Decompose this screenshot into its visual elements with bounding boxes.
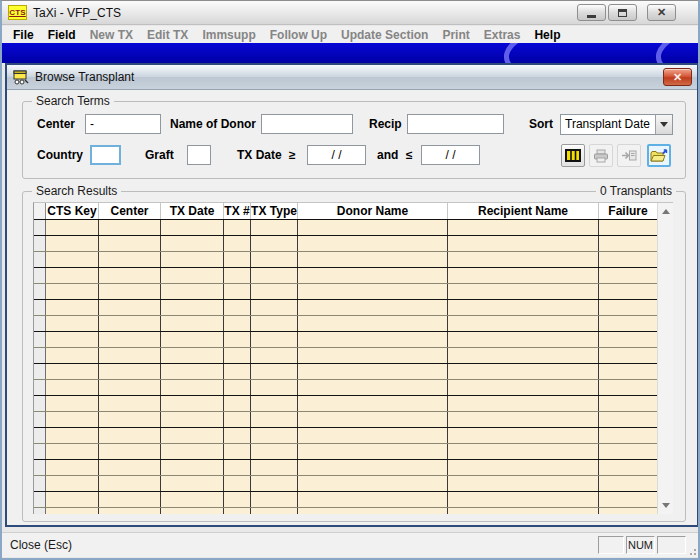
browse-transplant-dialog: Browse Transplant ✕ Search Terms Center … — [5, 63, 699, 527]
table-cell — [448, 444, 599, 459]
table-cell — [448, 332, 599, 347]
tx-date-from-input[interactable] — [307, 145, 366, 165]
table-cell — [161, 428, 224, 443]
column-header-cts-key[interactable]: CTS Key — [46, 203, 99, 219]
table-row[interactable] — [34, 476, 658, 492]
table-cell — [298, 268, 448, 283]
table-cell — [599, 428, 658, 443]
dropdown-button[interactable] — [655, 115, 672, 134]
table-cell — [46, 236, 99, 251]
table-cell — [251, 396, 298, 411]
sort-dropdown[interactable]: Transplant Date — [560, 114, 673, 135]
table-cell — [161, 460, 224, 475]
print-button — [589, 144, 613, 167]
table-row[interactable] — [34, 300, 658, 316]
menu-file[interactable]: File — [6, 28, 41, 42]
browse-grid-button[interactable] — [561, 144, 585, 167]
table-row[interactable] — [34, 284, 658, 300]
table-cell — [251, 348, 298, 363]
table-cell — [599, 444, 658, 459]
row-selector — [34, 492, 46, 507]
table-cell — [298, 252, 448, 267]
scroll-up-button[interactable] — [658, 204, 673, 219]
column-header-tx-num[interactable]: TX # — [224, 203, 251, 219]
title-bar[interactable]: CTS TaXi - VFP_CTS ✕ — [2, 1, 698, 25]
table-row[interactable] — [34, 220, 658, 236]
recip-label: Recip — [369, 114, 402, 134]
table-row[interactable] — [34, 332, 658, 348]
menu-follow-up: Follow Up — [263, 28, 334, 42]
column-header-failure[interactable]: Failure — [599, 203, 658, 219]
table-cell — [599, 380, 658, 395]
column-header-recipient-name[interactable]: Recipient Name — [448, 203, 599, 219]
table-cell — [448, 220, 599, 235]
table-cell — [224, 220, 251, 235]
table-row[interactable] — [34, 428, 658, 444]
table-cell — [251, 460, 298, 475]
table-cell — [161, 508, 224, 514]
table-row[interactable] — [34, 460, 658, 476]
table-cell — [46, 380, 99, 395]
donor-input[interactable] — [261, 114, 353, 134]
tx-date-to-input[interactable] — [421, 145, 480, 165]
column-header-tx-type[interactable]: TX Type — [251, 203, 298, 219]
table-cell — [99, 220, 161, 235]
table-row[interactable] — [34, 412, 658, 428]
vertical-scrollbar[interactable] — [657, 203, 673, 514]
dialog-title-bar[interactable]: Browse Transplant ✕ — [7, 65, 697, 90]
dialog-close-button[interactable]: ✕ — [663, 68, 692, 86]
menu-immsupp: Immsupp — [195, 28, 262, 42]
arrow-up-icon — [662, 209, 670, 214]
donor-label: Name of Donor — [170, 114, 256, 134]
table-cell — [46, 300, 99, 315]
table-cell — [599, 236, 658, 251]
close-window-button[interactable]: ✕ — [647, 4, 676, 21]
row-selector — [34, 332, 46, 347]
table-cell — [298, 412, 448, 427]
table-row[interactable] — [34, 492, 658, 508]
open-folder-button[interactable] — [647, 144, 671, 167]
table-row[interactable] — [34, 364, 658, 380]
table-row[interactable] — [34, 268, 658, 284]
table-row[interactable] — [34, 316, 658, 332]
table-row[interactable] — [34, 508, 658, 514]
table-row[interactable] — [34, 380, 658, 396]
table-cell — [161, 492, 224, 507]
table-row[interactable] — [34, 396, 658, 412]
status-panel-num: NUM — [626, 536, 655, 554]
table-cell — [46, 444, 99, 459]
table-cell — [224, 332, 251, 347]
menu-field[interactable]: Field — [41, 28, 83, 42]
country-input[interactable] — [90, 145, 121, 165]
table-cell — [599, 476, 658, 491]
row-selector — [34, 268, 46, 283]
table-row[interactable] — [34, 252, 658, 268]
graft-input[interactable] — [187, 145, 211, 165]
table-row[interactable] — [34, 444, 658, 460]
table-cell — [251, 236, 298, 251]
table-cell — [448, 348, 599, 363]
table-cell — [251, 476, 298, 491]
minimize-button[interactable] — [577, 4, 606, 21]
menu-help[interactable]: Help — [527, 28, 567, 42]
recip-input[interactable] — [407, 114, 504, 134]
table-cell — [224, 444, 251, 459]
table-cell — [298, 236, 448, 251]
column-header-center[interactable]: Center — [99, 203, 161, 219]
table-cell — [448, 252, 599, 267]
resize-grip[interactable] — [687, 546, 697, 556]
form-icon — [13, 69, 29, 85]
table-row[interactable] — [34, 236, 658, 252]
column-header-tx-date[interactable]: TX Date — [161, 203, 224, 219]
table-row[interactable] — [34, 348, 658, 364]
maximize-button[interactable] — [608, 4, 637, 21]
table-cell — [599, 492, 658, 507]
table-cell — [99, 236, 161, 251]
table-cell — [224, 492, 251, 507]
scroll-down-button[interactable] — [658, 498, 673, 513]
table-cell — [99, 476, 161, 491]
tx-date-label: TX Date — [237, 145, 282, 165]
column-header-donor-name[interactable]: Donor Name — [298, 203, 448, 219]
center-input[interactable] — [85, 114, 161, 134]
table-cell — [224, 476, 251, 491]
